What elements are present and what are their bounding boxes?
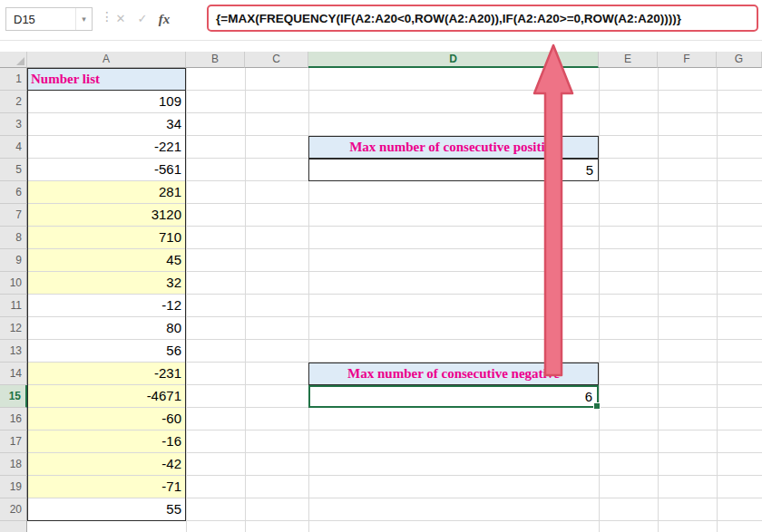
cell-A2[interactable]: 109: [27, 91, 186, 113]
cell-A8[interactable]: 710: [27, 227, 186, 249]
cell-A7[interactable]: 3120: [27, 204, 186, 227]
gridline-vertical: [599, 68, 600, 532]
excel-window: D15 ▾ ⋮ ✕ ✓ fx {=MAX(FREQUENCY(IF(A2:A20…: [0, 0, 762, 532]
cell-negative-label[interactable]: Max number of consecutive negative: [308, 363, 599, 385]
cell-A12[interactable]: 80: [27, 317, 186, 340]
gridline-vertical: [658, 68, 659, 532]
column-A-cells: Number list 109 34 -221 -561 281 3120 71…: [27, 68, 186, 521]
row-header-16[interactable]: 16: [0, 408, 27, 430]
select-all-corner[interactable]: [0, 52, 27, 68]
enter-icon[interactable]: ✓: [132, 7, 152, 31]
column-header-B[interactable]: B: [186, 52, 245, 68]
column-header-A[interactable]: A: [27, 52, 186, 68]
cell-A16[interactable]: -60: [27, 408, 186, 430]
row-header-filler: [0, 521, 27, 532]
row-header-13[interactable]: 13: [0, 340, 27, 363]
formula-highlight-box: {=MAX(FREQUENCY(IF(A2:A20<0,ROW(A2:A20))…: [207, 5, 758, 32]
row-header-11[interactable]: 11: [0, 295, 27, 317]
row-headers: 1 2 3 4 5 6 7 8 9 10 11 12 13 14 15 16 1…: [0, 68, 27, 532]
cell-positive-label[interactable]: Max number of consecutive positive: [308, 136, 599, 159]
cell-A19[interactable]: -71: [27, 476, 186, 498]
cell-positive-value[interactable]: 5: [308, 159, 599, 181]
row-header-14[interactable]: 14: [0, 363, 27, 385]
cell-A14[interactable]: -231: [27, 363, 186, 385]
cell-A15[interactable]: -4671: [27, 385, 186, 408]
cell-A6[interactable]: 281: [27, 181, 186, 204]
cell-A4[interactable]: -221: [27, 136, 186, 159]
row-header-12[interactable]: 12: [0, 317, 27, 340]
cancel-icon[interactable]: ✕: [111, 7, 131, 31]
cell-A1[interactable]: Number list: [27, 68, 186, 91]
column-header-D[interactable]: D: [308, 52, 599, 68]
row-header-3[interactable]: 3: [0, 113, 27, 136]
row-header-6[interactable]: 6: [0, 181, 27, 204]
gridline-vertical: [717, 68, 718, 532]
cell-A3[interactable]: 34: [27, 113, 186, 136]
row-header-19[interactable]: 19: [0, 476, 27, 498]
cell-A13[interactable]: 56: [27, 340, 186, 363]
row-header-18[interactable]: 18: [0, 453, 27, 476]
name-box-dropdown-icon[interactable]: ▾: [75, 8, 92, 30]
insert-function-icon[interactable]: fx: [154, 7, 174, 31]
cell-A18[interactable]: -42: [27, 453, 186, 476]
formula-bar: D15 ▾ ⋮ ✕ ✓ fx {=MAX(FREQUENCY(IF(A2:A20…: [0, 0, 762, 52]
row-header-10[interactable]: 10: [0, 272, 27, 295]
column-header-G[interactable]: G: [717, 52, 762, 68]
row-header-15[interactable]: 15: [0, 385, 27, 408]
cell-D15-selected[interactable]: 6: [308, 385, 599, 408]
column-headers: A B C D E F G: [27, 52, 762, 68]
row-header-5[interactable]: 5: [0, 159, 27, 181]
active-cell-reference[interactable]: D15: [6, 13, 75, 26]
column-header-C[interactable]: C: [245, 52, 308, 68]
column-header-E[interactable]: E: [599, 52, 658, 68]
gridline-vertical: [245, 68, 246, 532]
row-header-20[interactable]: 20: [0, 498, 27, 521]
row-header-1[interactable]: 1: [0, 68, 27, 91]
row-header-8[interactable]: 8: [0, 227, 27, 249]
cell-A5[interactable]: -561: [27, 159, 186, 181]
formula-input[interactable]: {=MAX(FREQUENCY(IF(A2:A20<0,ROW(A2:A20))…: [209, 12, 681, 25]
row-header-4[interactable]: 4: [0, 136, 27, 159]
cell-A10[interactable]: 32: [27, 272, 186, 295]
name-box[interactable]: D15 ▾: [5, 7, 93, 31]
row-header-7[interactable]: 7: [0, 204, 27, 227]
formula-bar-divider: [0, 40, 762, 41]
row-header-17[interactable]: 17: [0, 430, 27, 453]
worksheet: A B C D E F G 1 2 3 4 5 6 7 8 9 10 11 12…: [0, 52, 762, 532]
cell-A9[interactable]: 45: [27, 249, 186, 272]
column-header-F[interactable]: F: [658, 52, 717, 68]
gridline-vertical: [186, 68, 187, 532]
cell-A17[interactable]: -16: [27, 430, 186, 453]
cell-A20[interactable]: 55: [27, 498, 186, 521]
cell-A11[interactable]: -12: [27, 295, 186, 317]
row-header-9[interactable]: 9: [0, 249, 27, 272]
row-header-2[interactable]: 2: [0, 91, 27, 113]
